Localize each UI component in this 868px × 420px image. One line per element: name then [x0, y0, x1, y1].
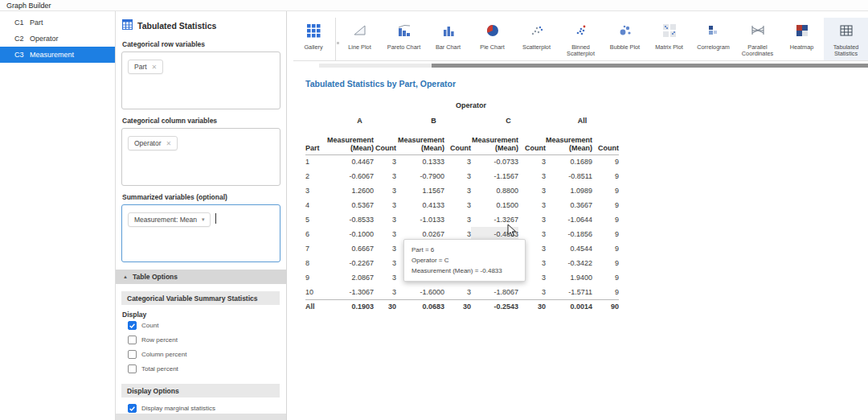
gallery-item-tabulated-statistics[interactable]: Tabulated Statistics [824, 18, 868, 60]
gallery-scrollbar-thumb[interactable] [432, 64, 868, 68]
mean-cell-all[interactable]: 1.9400 [546, 270, 592, 285]
mean-cell-all[interactable]: -0.8511 [546, 169, 592, 183]
mean-cell-a[interactable]: 0.5367 [323, 198, 374, 212]
count-cell-a[interactable]: 30 [374, 299, 396, 314]
gallery-item-bubble-plot[interactable]: Bubble Plot [603, 18, 647, 60]
mean-cell-all[interactable]: -0.1856 [546, 227, 592, 241]
count-cell-all[interactable]: 9 [592, 212, 619, 227]
gallery-item-line-plot[interactable]: Line Plot [338, 18, 382, 60]
count-cell-a[interactable]: 3 [374, 227, 396, 241]
count-cell-b[interactable]: 3 [444, 183, 471, 198]
count-cell-a[interactable]: 3 [374, 270, 396, 285]
count-cell-all[interactable]: 9 [592, 227, 619, 241]
count-cell-a[interactable]: 3 [374, 169, 396, 183]
count-cell-b[interactable]: 3 [444, 169, 471, 183]
count-cell-c[interactable]: 3 [518, 285, 546, 299]
row-variables-dropzone[interactable]: Part✕ [121, 51, 280, 109]
count-cell-b[interactable]: 3 [444, 212, 471, 227]
count-cell-c[interactable]: 3 [518, 154, 546, 169]
count-cell-c[interactable]: 3 [518, 169, 546, 183]
gallery-item-pie-chart[interactable]: Pie Chart [470, 18, 514, 60]
gallery-item-bar-chart[interactable]: Bar Chart [426, 18, 470, 60]
count-cell-a[interactable]: 3 [374, 285, 396, 299]
gallery-item-binned-scatterplot[interactable]: Binned Scatterplot [559, 18, 603, 60]
mean-cell-c[interactable]: -1.8067 [471, 285, 518, 299]
variable-chip-measurement-mean[interactable]: Measurement: Mean▾ [128, 212, 211, 227]
mean-cell-c[interactable]: -0.0733 [471, 154, 518, 169]
mean-cell-b[interactable]: 0.0683 [396, 299, 444, 314]
count-cell-a[interactable]: 3 [374, 212, 396, 227]
mean-cell-b[interactable]: -1.6000 [396, 285, 444, 299]
gallery-item-matrix-plot[interactable]: Matrix Plot [647, 18, 691, 60]
mean-cell-c[interactable]: 0.1500 [471, 198, 518, 212]
mean-cell-c[interactable]: -0.2543 [471, 299, 518, 314]
gallery-item-heatmap[interactable]: Heatmap [780, 18, 824, 60]
mean-cell-a[interactable]: -0.1000 [323, 227, 374, 241]
mean-cell-a[interactable]: 0.4467 [323, 154, 374, 169]
count-cell-a[interactable]: 3 [374, 241, 396, 256]
mean-cell-all[interactable]: -1.5711 [546, 285, 592, 299]
mean-cell-b[interactable]: 0.1333 [396, 154, 444, 169]
count-cell-c[interactable]: 3 [518, 183, 546, 198]
mean-cell-a[interactable]: 0.1903 [323, 299, 374, 314]
checkbox-row-percent[interactable] [128, 336, 137, 344]
count-cell-b[interactable]: 3 [444, 154, 471, 169]
gallery-item-parallel-coordinates[interactable]: Parallel Coordinates [735, 18, 780, 60]
mean-cell-a[interactable]: 1.2600 [323, 183, 374, 198]
count-cell-all[interactable]: 9 [592, 256, 619, 270]
mean-cell-b[interactable]: -1.0133 [396, 212, 444, 227]
count-cell-all[interactable]: 9 [592, 270, 619, 285]
gallery-scrollbar[interactable] [319, 64, 868, 68]
count-cell-all[interactable]: 9 [592, 198, 619, 212]
checkbox-total-percent[interactable] [128, 364, 137, 373]
mean-cell-c[interactable]: -1.1567 [471, 169, 518, 183]
mean-cell-all[interactable]: -1.0644 [546, 212, 592, 227]
count-cell-c[interactable]: 3 [518, 198, 546, 212]
count-cell-all[interactable]: 9 [592, 154, 619, 169]
count-cell-a[interactable]: 3 [374, 183, 396, 198]
count-cell-b[interactable]: 3 [444, 285, 471, 299]
mean-cell-all[interactable]: 1.0989 [546, 183, 592, 198]
mean-cell-a[interactable]: 2.0867 [323, 270, 374, 285]
count-cell-b[interactable]: 30 [444, 299, 471, 314]
mean-cell-b[interactable]: 0.4133 [396, 198, 444, 212]
mean-cell-all[interactable]: 0.1689 [546, 154, 592, 169]
count-cell-all[interactable]: 9 [592, 169, 619, 183]
summarized-variables-dropzone[interactable]: Measurement: Mean▾ [121, 204, 280, 262]
count-cell-c[interactable]: 30 [518, 299, 546, 314]
gallery-item-gallery[interactable]: Gallery [293, 18, 334, 60]
column-item-measurement[interactable]: C3Measurement [0, 47, 115, 63]
count-cell-all[interactable]: 90 [592, 299, 619, 314]
mean-cell-b[interactable]: 1.1567 [396, 183, 444, 198]
mean-cell-all[interactable]: 0.0014 [546, 299, 592, 314]
count-cell-all[interactable]: 9 [592, 241, 619, 256]
column-item-operator[interactable]: C2Operator [0, 31, 115, 47]
gallery-item-scatterplot[interactable]: Scatterplot [514, 18, 559, 60]
mean-cell-all[interactable]: 0.4544 [546, 241, 592, 256]
count-cell-all[interactable]: 9 [592, 183, 619, 198]
mean-cell-all[interactable]: -0.3422 [546, 256, 592, 270]
count-cell-a[interactable]: 3 [374, 198, 396, 212]
mean-cell-a[interactable]: -0.6067 [323, 169, 374, 183]
count-cell-all[interactable]: 9 [592, 285, 619, 299]
count-cell-b[interactable]: 3 [444, 198, 471, 212]
checkbox-count[interactable] [128, 321, 137, 330]
table-options-header[interactable]: ▲ Table Options [116, 270, 286, 284]
chevron-down-icon[interactable]: ▾ [202, 216, 205, 223]
mean-cell-c[interactable]: 0.8800 [471, 183, 518, 198]
mean-cell-all[interactable]: 0.3667 [546, 198, 592, 212]
mean-cell-a[interactable]: -0.8533 [323, 212, 374, 227]
checkbox-column-percent[interactable] [128, 350, 137, 359]
column-variables-dropzone[interactable]: Operator✕ [121, 128, 280, 186]
column-item-part[interactable]: C1Part [0, 14, 115, 31]
gallery-item-pareto-chart[interactable]: Pareto Chart [382, 18, 426, 60]
count-cell-c[interactable]: 3 [518, 212, 546, 227]
mean-cell-b[interactable]: -0.7900 [396, 169, 444, 183]
variable-chip-operator[interactable]: Operator✕ [128, 136, 178, 150]
remove-chip-icon[interactable]: ✕ [152, 64, 158, 71]
gallery-item-correlogram[interactable]: Correlogram [691, 18, 735, 60]
variable-chip-part[interactable]: Part✕ [128, 60, 163, 74]
mean-cell-a[interactable]: 0.6667 [323, 241, 374, 256]
count-cell-a[interactable]: 3 [374, 154, 396, 169]
count-cell-a[interactable]: 3 [374, 256, 396, 270]
